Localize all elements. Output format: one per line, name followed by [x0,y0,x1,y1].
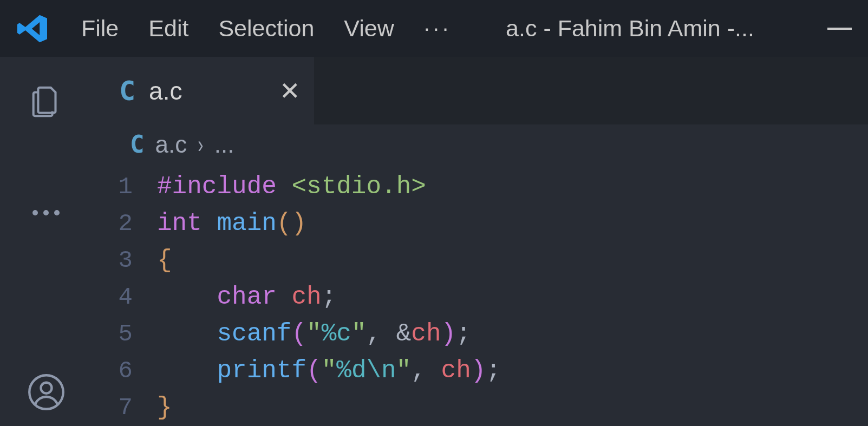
code-line: 5 scanf("%c", &ch); [116,316,868,352]
c-file-icon: C [119,75,135,107]
menu-bar: File Edit Selection View [81,15,394,42]
activity-bar [0,57,92,426]
breadcrumb[interactable]: C a.c › ... [92,124,868,164]
tab-bar: C a.c ✕ [92,57,868,124]
code-line: 3 { [116,242,868,279]
svg-point-2 [54,210,60,215]
code-line: 4 char ch; [116,279,868,316]
window-minimize-button[interactable] [827,28,852,30]
line-number: 2 [116,205,157,242]
explorer-icon[interactable] [23,78,69,124]
title-bar: File Edit Selection View ··· a.c - Fahim… [0,0,868,57]
svg-point-0 [32,210,38,215]
line-number: 7 [116,389,157,426]
line-number: 5 [116,316,157,352]
menu-selection[interactable]: Selection [218,15,314,42]
accounts-icon[interactable] [23,369,69,415]
line-number: 3 [116,242,157,279]
svg-point-4 [41,383,51,394]
svg-point-1 [43,210,49,215]
code-editor[interactable]: 1 #include <stdio.h> 2 int main() 3 { 4 … [92,164,868,426]
chevron-right-icon: › [198,131,203,158]
code-line: 7 } [116,389,868,426]
breadcrumb-file[interactable]: a.c [155,131,187,158]
line-number: 4 [116,279,157,316]
c-file-icon: C [130,130,145,158]
breadcrumb-tail[interactable]: ... [214,131,234,158]
code-line: 2 int main() [116,205,868,242]
menu-view[interactable]: View [344,15,394,42]
code-line: 1 #include <stdio.h> [116,168,868,205]
menu-file[interactable]: File [81,15,119,42]
menu-more-icon[interactable]: ··· [424,16,452,41]
activity-more-icon[interactable] [23,189,69,235]
tab-label: a.c [149,76,279,106]
tab-close-icon[interactable]: ✕ [279,76,301,106]
line-number: 1 [116,168,157,205]
tab-a-c[interactable]: C a.c ✕ [92,57,314,124]
window-title: a.c - Fahim Bin Amin -... [506,15,754,42]
svg-point-3 [29,375,63,409]
code-line: 6 printf("%d\n", ch); [116,352,868,389]
menu-edit[interactable]: Edit [148,15,188,42]
line-number: 6 [116,352,157,389]
editor-group: C a.c ✕ C a.c › ... 1 #include <stdio.h>… [92,57,868,426]
vscode-logo-icon [14,10,51,48]
